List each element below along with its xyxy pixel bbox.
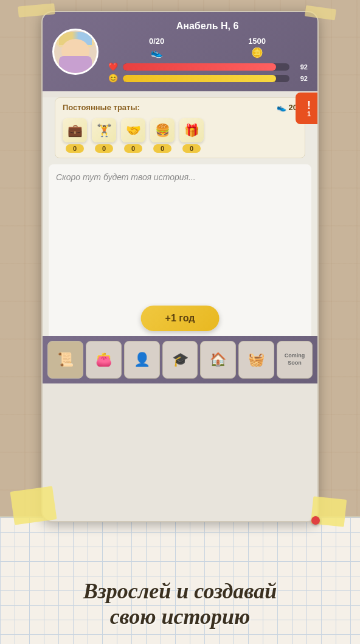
coins-value: 1500 bbox=[248, 37, 266, 46]
coming-soon-label: ComingSoon bbox=[285, 352, 305, 366]
nav-item-profile[interactable]: 👤 bbox=[124, 341, 160, 379]
stats-row: 0/20 👟 1500 🪙 bbox=[107, 37, 308, 58]
profile-icon: 👤 bbox=[134, 352, 150, 368]
content-area: Постоянные траты: 👟 20 💼 0 bbox=[43, 97, 317, 383]
health-bar-fill bbox=[123, 63, 276, 71]
avatar bbox=[52, 29, 99, 75]
mood-icon: 😊 bbox=[107, 74, 119, 83]
progress-bars: ❤️ 92 😊 92 bbox=[107, 62, 308, 83]
coin-icon: 🪙 bbox=[251, 47, 263, 58]
expense-item-gym: 🏋 0 bbox=[92, 118, 116, 153]
home-icon: 🏠 bbox=[210, 352, 226, 368]
work-icon: 💼 bbox=[68, 123, 83, 138]
nav-item-history[interactable]: 📜 bbox=[47, 341, 83, 379]
tagline-line1: Взрослей и создавай bbox=[83, 579, 277, 604]
coins-stat: 1500 🪙 bbox=[248, 37, 266, 58]
story-placeholder: Скоро тут будет твоя история... bbox=[56, 172, 196, 182]
expenses-header: Постоянные траты: 👟 20 bbox=[63, 103, 297, 112]
expense-amount-2: 0 bbox=[124, 144, 142, 153]
bottom-section: Взрослей и создавай свою историю bbox=[0, 516, 360, 644]
gym-icon-wrap: 🏋 bbox=[92, 118, 116, 142]
next-year-button[interactable]: +1 год bbox=[141, 306, 220, 331]
health-bar-bg bbox=[123, 63, 289, 71]
expense-amount-4: 0 bbox=[182, 144, 201, 153]
expense-item-gift: 🎁 0 bbox=[179, 118, 204, 153]
expense-amount-3: 0 bbox=[153, 144, 171, 153]
expense-items: 💼 0 🏋 0 🤝 0 bbox=[63, 118, 297, 153]
mood-value: 92 bbox=[293, 75, 308, 82]
phone-card: Анабель Н, 6 0/20 👟 1500 🪙 ❤️ bbox=[41, 11, 319, 522]
health-bar-row: ❤️ 92 bbox=[107, 62, 308, 71]
gift-icon: 🎁 bbox=[184, 123, 199, 138]
mood-bar-fill bbox=[123, 75, 276, 82]
expense-amount-1: 0 bbox=[95, 144, 113, 153]
health-icon: ❤️ bbox=[107, 62, 119, 71]
nav-item-education[interactable]: 🎓 bbox=[162, 341, 198, 379]
tagline-line2: свою историю bbox=[83, 604, 277, 629]
health-value: 92 bbox=[293, 63, 308, 71]
expenses-container: Постоянные траты: 👟 20 💼 0 bbox=[49, 97, 311, 158]
nav-item-wallet[interactable]: 👛 bbox=[86, 341, 122, 379]
history-icon: 📜 bbox=[57, 352, 74, 368]
gift-icon-wrap: 🎁 bbox=[179, 118, 204, 142]
bottom-navigation: 📜 👛 👤 🎓 🏠 🧺 ComingSoon bbox=[43, 336, 317, 383]
expenses-title: Постоянные траты: bbox=[63, 103, 140, 112]
gym-icon: 🏋 bbox=[97, 123, 112, 138]
social-icon: 🤝 bbox=[126, 123, 141, 138]
wallet-icon: 👛 bbox=[95, 352, 112, 368]
character-name: Анабель Н, 6 bbox=[107, 21, 308, 32]
expense-item-work: 💼 0 bbox=[63, 118, 87, 153]
avatar-body bbox=[59, 56, 92, 73]
notification-count: 1 bbox=[307, 111, 311, 117]
work-icon-wrap: 💼 bbox=[63, 118, 87, 142]
shoes-icon-small: 👟 bbox=[277, 103, 286, 112]
nav-item-gifts[interactable]: 🧺 bbox=[238, 341, 274, 379]
food-icon-wrap: 🍔 bbox=[150, 118, 175, 142]
steps-stat: 0/20 👟 bbox=[149, 37, 164, 58]
expense-amount-0: 0 bbox=[66, 144, 84, 153]
pin-decoration bbox=[311, 516, 320, 525]
expense-item-social: 🤝 0 bbox=[121, 118, 145, 153]
mood-bar-row: 😊 92 bbox=[107, 74, 308, 83]
header: Анабель Н, 6 0/20 👟 1500 🪙 ❤️ bbox=[43, 12, 317, 91]
expense-item-food: 🍔 0 bbox=[150, 118, 175, 153]
shoes-icon: 👟 bbox=[151, 47, 163, 58]
education-icon: 🎓 bbox=[172, 352, 189, 368]
expenses-section: Постоянные траты: 👟 20 💼 0 bbox=[55, 97, 305, 158]
tagline: Взрослей и создавай свою историю bbox=[83, 579, 277, 629]
mood-bar-bg bbox=[123, 75, 289, 82]
sticky-note bbox=[10, 486, 57, 525]
header-info: Анабель Н, 6 0/20 👟 1500 🪙 ❤️ bbox=[107, 21, 308, 83]
nav-item-home[interactable]: 🏠 bbox=[200, 341, 236, 379]
nav-item-coming-soon: ComingSoon bbox=[277, 341, 313, 379]
social-icon-wrap: 🤝 bbox=[121, 118, 145, 142]
expenses-coins: 👟 20 bbox=[277, 103, 297, 112]
steps-value: 0/20 bbox=[149, 37, 164, 46]
food-icon: 🍔 bbox=[155, 123, 170, 138]
notification-icon: ! bbox=[307, 100, 311, 111]
notification-badge[interactable]: ! 1 bbox=[296, 93, 319, 124]
gifts-icon: 🧺 bbox=[248, 352, 265, 368]
